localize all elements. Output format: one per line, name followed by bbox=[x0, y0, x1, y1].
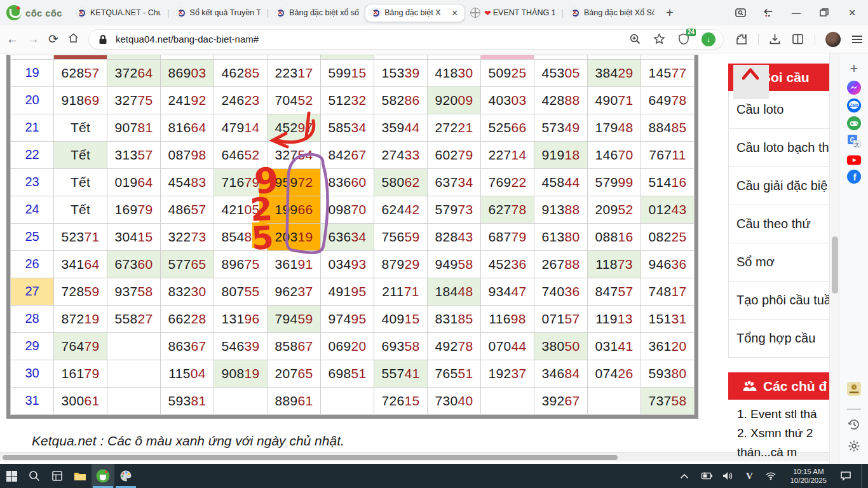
profile-avatar[interactable] bbox=[825, 32, 841, 47]
zoom-icon[interactable] bbox=[629, 33, 642, 46]
result-cell: 89675 bbox=[214, 250, 268, 278]
result-cell: 91918 bbox=[534, 141, 588, 168]
result-cell: 83230 bbox=[161, 278, 214, 305]
browser-tab[interactable]: Bảng đặc biệt X✕ bbox=[365, 4, 465, 22]
coccoc-menu-button[interactable]: cốc cốc bbox=[0, 5, 71, 20]
forward-icon[interactable]: → bbox=[27, 32, 39, 46]
soi-cau-menu-item[interactable]: Tổng hợp cầu bbox=[729, 320, 829, 358]
speaker-tray-icon[interactable] bbox=[721, 470, 734, 482]
file-explorer-taskbar-button[interactable] bbox=[69, 464, 92, 488]
adblock-shield-icon[interactable]: 24 bbox=[677, 33, 690, 46]
menu-icon[interactable] bbox=[851, 33, 864, 46]
tab-search-icon[interactable] bbox=[735, 7, 746, 18]
table-row: 3016179115049081920765698515574176551192… bbox=[11, 360, 695, 387]
tab-close-icon[interactable]: ✕ bbox=[450, 8, 459, 18]
extensions-puzzle-icon[interactable] bbox=[735, 33, 748, 46]
vertical-scrollbar[interactable] bbox=[829, 53, 839, 464]
wifi-tray-icon[interactable] bbox=[764, 470, 777, 482]
reload-icon[interactable]: ⟳ bbox=[48, 32, 58, 46]
lock-icon[interactable] bbox=[97, 33, 109, 46]
tab-separator: | bbox=[267, 8, 269, 18]
session-restore-icon[interactable] bbox=[763, 7, 774, 18]
horizontal-scrollbar-thumb[interactable] bbox=[3, 455, 618, 460]
result-cell: 95972 bbox=[268, 168, 321, 196]
windows-logo-taskbar-button[interactable] bbox=[0, 464, 23, 488]
bookmark-star-icon[interactable] bbox=[653, 33, 666, 46]
topic-link[interactable]: 2. Xsmn thứ 2 bbox=[737, 426, 813, 440]
downloads-tray-icon[interactable] bbox=[769, 33, 782, 46]
result-cell: 36120 bbox=[641, 332, 695, 360]
plus-icon[interactable]: + bbox=[846, 61, 862, 76]
result-cell: 46285 bbox=[214, 59, 268, 86]
ketqua-favicon-icon bbox=[275, 8, 285, 18]
browser-tab[interactable]: KETQUA.NET - Chuyê bbox=[71, 4, 166, 22]
close-button[interactable]: ✕ bbox=[846, 7, 858, 18]
result-cell: 55741 bbox=[374, 360, 428, 387]
coccoc-taskbar-button[interactable] bbox=[92, 464, 114, 488]
gold-badge-icon[interactable] bbox=[846, 381, 862, 396]
settings-icon[interactable] bbox=[846, 438, 862, 454]
soi-cau-menu-item[interactable]: Cầu giải đặc biệ bbox=[729, 167, 829, 205]
result-cell: 48657 bbox=[161, 196, 214, 223]
ketqua-favicon-icon bbox=[76, 8, 86, 18]
show-desktop-button[interactable] bbox=[861, 464, 864, 488]
facebook-icon[interactable]: f bbox=[846, 169, 862, 184]
soi-cau-menu-item[interactable]: Cầu loto bạch th bbox=[729, 129, 829, 167]
table-row: 24Tết16979486574210519966098706244257973… bbox=[11, 196, 695, 223]
tab-list: KETQUA.NET - Chuyê|Sổ kết quả Truyền Th|… bbox=[71, 0, 660, 25]
browser-tab[interactable]: Sổ kết quả Truyền Th bbox=[171, 4, 266, 22]
paint-taskbar-button[interactable] bbox=[114, 464, 137, 488]
soi-cau-menu-item[interactable]: Sổ mơ bbox=[729, 243, 829, 281]
soi-cau-menu-item[interactable]: Tạo phôi cầu tuầ bbox=[729, 281, 829, 320]
result-cell: 60279 bbox=[428, 141, 481, 168]
split-view-icon[interactable] bbox=[792, 33, 804, 46]
ime-v-tray-icon[interactable]: V bbox=[743, 470, 756, 482]
result-cell: 32273 bbox=[161, 223, 214, 250]
chevron-up-tray-icon[interactable] bbox=[678, 470, 691, 482]
translate-icon[interactable]: G文 bbox=[846, 133, 862, 149]
messenger-icon[interactable] bbox=[846, 80, 862, 95]
topic-link[interactable]: 1. Event stl thá bbox=[737, 407, 817, 421]
back-icon[interactable]: ← bbox=[6, 32, 18, 46]
result-cell: 07044 bbox=[481, 332, 534, 360]
games-icon[interactable] bbox=[846, 116, 862, 131]
zalo-icon[interactable]: Zalo bbox=[846, 98, 862, 113]
task-view-taskbar-button[interactable] bbox=[46, 464, 69, 488]
table-row: 2091869327752419224623704525123258286920… bbox=[11, 86, 695, 114]
home-icon[interactable] bbox=[67, 32, 79, 47]
taskbar-clock[interactable]: 10:15 AM 10/20/2025 bbox=[786, 467, 831, 485]
result-cell: 34684 bbox=[534, 360, 588, 387]
tab-separator: | bbox=[561, 8, 564, 18]
url-text[interactable]: ketqua04.net/bang-dac-biet-nam# bbox=[116, 34, 623, 44]
browser-tab[interactable]: Bảng đặc biệt xổ số bbox=[270, 4, 365, 22]
result-cell: 45305 bbox=[534, 59, 588, 86]
day-number-cell: 27 bbox=[11, 278, 54, 305]
vertical-scrollbar-thumb[interactable] bbox=[832, 236, 838, 294]
address-bar[interactable]: ketqua04.net/bang-dac-biet-nam# 24 ↓ bbox=[88, 29, 724, 50]
action-center-icon[interactable] bbox=[839, 470, 852, 482]
youtube-icon[interactable] bbox=[846, 152, 862, 168]
browser-tab[interactable]: Bảng đặc biệt Xổ Số bbox=[565, 4, 660, 22]
browser-tab[interactable]: ❤EVENT THÁNG 10 bbox=[465, 4, 560, 22]
maximize-button[interactable] bbox=[818, 7, 830, 18]
result-cell: 34164 bbox=[54, 250, 107, 278]
horizontal-scrollbar[interactable] bbox=[0, 452, 829, 461]
battery-tray-icon[interactable] bbox=[700, 470, 712, 482]
topics-header[interactable]: Các chủ đ bbox=[728, 372, 829, 400]
download-manager-icon[interactable]: ↓ bbox=[702, 32, 715, 46]
search-taskbar-button[interactable] bbox=[23, 464, 46, 488]
result-cell: 57999 bbox=[588, 168, 641, 196]
history-icon[interactable] bbox=[846, 417, 862, 432]
result-cell: 27221 bbox=[428, 114, 481, 141]
soi-cau-menu-item[interactable]: Cầu theo thứ bbox=[729, 205, 829, 243]
result-cell: 85867 bbox=[268, 332, 321, 360]
topic-link[interactable]: thán...cà m bbox=[737, 445, 797, 459]
new-tab-button[interactable]: + bbox=[666, 6, 674, 20]
result-cell: 31357 bbox=[107, 141, 161, 168]
result-cell: 84267 bbox=[321, 141, 374, 168]
minimize-button[interactable]: — bbox=[790, 7, 802, 18]
result-cell: Tết bbox=[54, 114, 107, 141]
result-cell: 20319 bbox=[268, 223, 321, 250]
day-number-cell: 29 bbox=[11, 332, 54, 360]
result-cell: 42105 bbox=[214, 196, 268, 223]
